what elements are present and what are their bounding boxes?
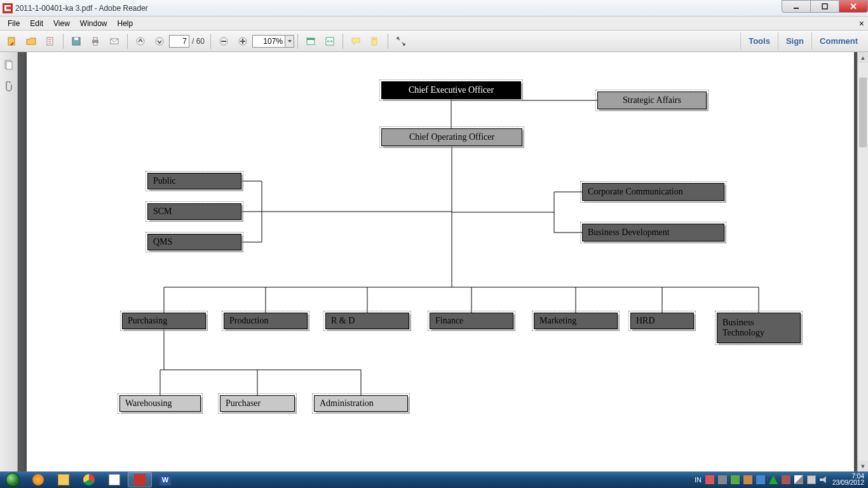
zoom-input[interactable] bbox=[252, 35, 285, 48]
org-chart: Chief Executive OfficerStrategic Affairs… bbox=[27, 52, 854, 471]
document-icon bbox=[109, 474, 120, 485]
attachments-icon[interactable] bbox=[3, 80, 15, 93]
org-node-finance: Finance bbox=[430, 313, 513, 329]
highlight-icon[interactable] bbox=[367, 33, 383, 50]
org-node-marketing: Marketing bbox=[534, 313, 618, 329]
side-panel-rail bbox=[0, 52, 18, 471]
taskbar-app1[interactable] bbox=[102, 472, 126, 487]
page-up-icon[interactable] bbox=[132, 33, 149, 50]
menu-edit[interactable]: Edit bbox=[25, 18, 48, 29]
language-indicator[interactable]: IN bbox=[695, 476, 702, 484]
org-node-admin: Administration bbox=[314, 395, 408, 412]
taskbar-firefox[interactable] bbox=[26, 472, 50, 487]
org-node-strategic: Strategic Affairs bbox=[597, 92, 707, 109]
svg-rect-20 bbox=[372, 37, 377, 45]
menubar: File Edit View Window Help × bbox=[0, 17, 868, 30]
vertical-scrollbar[interactable]: ▲ ▼ bbox=[857, 52, 868, 471]
taskbar-word[interactable]: W bbox=[153, 472, 177, 487]
toolbar: / 60 Tools Sign Comment bbox=[0, 30, 868, 52]
menu-file[interactable]: File bbox=[3, 18, 25, 29]
toolbar-separator bbox=[388, 34, 388, 49]
svg-rect-23 bbox=[6, 62, 12, 69]
page-total-label: / 60 bbox=[192, 37, 205, 46]
scroll-up-icon[interactable]: ▲ bbox=[858, 52, 868, 63]
maximize-button[interactable] bbox=[810, 0, 839, 13]
window-title: 2011-1-00401-ka 3.pdf - Adobe Reader bbox=[15, 4, 148, 13]
toolbar-separator bbox=[63, 34, 64, 49]
org-node-purchasing: Purchasing bbox=[122, 313, 206, 329]
system-tray: IN 7:04 23/09/2012 bbox=[691, 473, 868, 487]
menu-view[interactable]: View bbox=[48, 18, 75, 29]
org-node-warehousing: Warehousing bbox=[119, 395, 201, 412]
svg-rect-7 bbox=[93, 37, 97, 40]
firefox-icon bbox=[32, 474, 44, 485]
taskbar-adobe-reader[interactable] bbox=[128, 472, 152, 487]
org-node-hrd: HRD bbox=[630, 313, 694, 329]
network-icon[interactable] bbox=[794, 475, 803, 484]
tray-icon[interactable] bbox=[705, 475, 714, 484]
org-node-biztech: Business Technology bbox=[717, 313, 801, 343]
clock-date: 23/09/2012 bbox=[832, 480, 864, 487]
print-icon[interactable] bbox=[87, 33, 104, 50]
taskbar-chrome[interactable] bbox=[77, 472, 101, 487]
export-pdf-icon[interactable] bbox=[4, 33, 20, 50]
svg-rect-21 bbox=[373, 39, 376, 40]
svg-rect-5 bbox=[74, 37, 78, 40]
toolbar-separator bbox=[342, 34, 343, 49]
page-down-icon[interactable] bbox=[151, 33, 168, 50]
tray-icon[interactable] bbox=[743, 475, 752, 484]
org-node-qms: QMS bbox=[147, 234, 241, 250]
svg-rect-18 bbox=[307, 38, 315, 40]
adobe-reader-icon bbox=[3, 3, 13, 13]
taskbar-explorer[interactable] bbox=[51, 472, 76, 487]
window-controls bbox=[782, 0, 868, 13]
document-close-icon[interactable]: × bbox=[859, 18, 864, 29]
tray-icon[interactable] bbox=[782, 475, 790, 484]
zoom-in-icon[interactable] bbox=[234, 33, 251, 50]
taskbar: W IN 7:04 23/09/2012 bbox=[0, 471, 868, 488]
volume-icon[interactable] bbox=[820, 475, 829, 484]
minimize-button[interactable] bbox=[782, 0, 811, 13]
chrome-icon bbox=[83, 474, 95, 485]
read-mode-icon[interactable] bbox=[393, 33, 409, 50]
org-node-production: Production bbox=[224, 313, 308, 329]
menu-window[interactable]: Window bbox=[75, 18, 112, 29]
tray-icon[interactable] bbox=[769, 475, 778, 484]
titlebar: 2011-1-00401-ka 3.pdf - Adobe Reader bbox=[0, 0, 868, 17]
org-node-corpcomm: Corporate Communication bbox=[582, 183, 724, 201]
tray-icon[interactable] bbox=[756, 475, 765, 484]
fit-width-icon[interactable] bbox=[322, 33, 338, 50]
adobe-reader-icon bbox=[134, 474, 146, 485]
create-pdf-icon[interactable] bbox=[42, 33, 58, 50]
open-icon[interactable] bbox=[23, 33, 39, 50]
comment-link[interactable]: Comment bbox=[811, 32, 865, 50]
tools-link[interactable]: Tools bbox=[740, 32, 778, 50]
windows-logo-icon bbox=[6, 473, 20, 487]
zoom-out-icon[interactable] bbox=[215, 33, 232, 50]
fit-window-icon[interactable] bbox=[302, 33, 319, 50]
start-button[interactable] bbox=[0, 471, 25, 488]
org-node-rnd: R & D bbox=[325, 313, 409, 329]
org-node-scm: SCM bbox=[147, 203, 241, 220]
svg-rect-0 bbox=[794, 8, 799, 9]
svg-rect-13 bbox=[221, 41, 226, 42]
toolbar-separator bbox=[127, 34, 128, 49]
scroll-thumb[interactable] bbox=[859, 78, 867, 147]
close-button[interactable] bbox=[839, 0, 868, 13]
email-icon[interactable] bbox=[106, 33, 123, 50]
word-icon: W bbox=[159, 474, 171, 485]
tray-icon[interactable] bbox=[718, 475, 727, 484]
zoom-dropdown-icon[interactable] bbox=[285, 35, 294, 48]
thumbnails-icon[interactable] bbox=[3, 58, 15, 71]
org-node-coo: Chief Operating Officer bbox=[381, 128, 522, 146]
sign-link[interactable]: Sign bbox=[778, 32, 811, 50]
scroll-down-icon[interactable]: ▼ bbox=[858, 461, 868, 471]
tray-icon[interactable] bbox=[731, 475, 740, 484]
menu-help[interactable]: Help bbox=[112, 18, 139, 29]
clock[interactable]: 7:04 23/09/2012 bbox=[832, 473, 864, 487]
org-node-bizdev: Business Development bbox=[582, 224, 724, 241]
battery-icon[interactable] bbox=[807, 475, 816, 484]
save-icon[interactable] bbox=[68, 33, 85, 50]
comment-icon[interactable] bbox=[348, 33, 364, 50]
page-number-input[interactable] bbox=[169, 35, 189, 48]
